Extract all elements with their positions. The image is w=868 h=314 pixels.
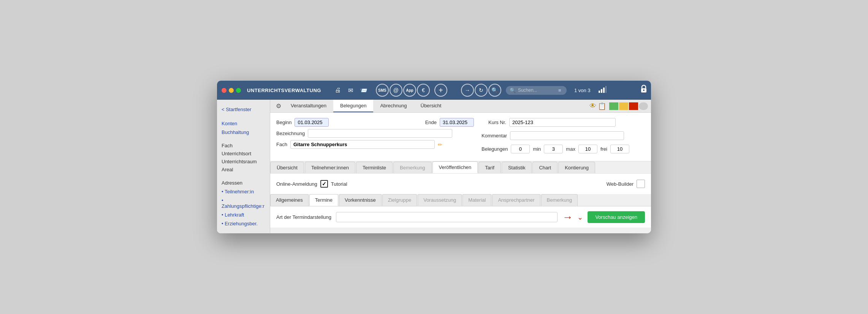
subtab-ubersicht[interactable]: Übersicht xyxy=(270,162,304,173)
gear-button[interactable]: ⚙ xyxy=(273,101,284,112)
tab-belegungen[interactable]: Belegungen xyxy=(333,100,373,112)
inner-tab-material[interactable]: Material xyxy=(463,194,491,206)
red-arrow-icon: → xyxy=(562,212,573,223)
inner-tab-ansprechpartner[interactable]: Ansprechpartner xyxy=(492,194,540,206)
kurs-nr-input[interactable] xyxy=(509,118,616,127)
close-button[interactable] xyxy=(222,88,227,93)
dropdown-caret-icon[interactable]: ⌄ xyxy=(577,213,583,222)
termine-bottom: Art der Termindarstellung → ⌄ Vorschau a… xyxy=(270,206,651,228)
inner-tab-termine[interactable]: Termine xyxy=(309,194,338,206)
list-icon: ≡ xyxy=(558,88,561,93)
online-anmeldung-label: Online-Anmeldung xyxy=(276,181,317,187)
fach-input[interactable] xyxy=(290,140,435,149)
swatch-red[interactable] xyxy=(629,102,638,110)
content-area: < Startfenster Konten Buchhaltung Fach U… xyxy=(217,100,651,233)
tutorial-label: Tutorial xyxy=(331,181,347,187)
subtab-kontierung[interactable]: Kontierung xyxy=(558,162,595,173)
web-builder-checkbox[interactable] xyxy=(637,180,645,188)
subtab-veroeffentlichen[interactable]: Veröffentlichen xyxy=(432,161,478,173)
subtab-terminliste[interactable]: Terminliste xyxy=(356,162,393,173)
frei-label: frei xyxy=(600,146,607,152)
ende-input[interactable] xyxy=(440,118,474,127)
signal-icon xyxy=(598,86,607,94)
kommentar-input[interactable] xyxy=(510,131,624,140)
search-icon: 🔍 xyxy=(510,88,516,93)
inner-tab-bemerkung-inner[interactable]: Bemerkung xyxy=(541,194,578,206)
belegungen-input[interactable] xyxy=(511,145,530,153)
veroeffentlichen-panel: Online-Anmeldung ✓ Tutorial Web-Builder xyxy=(270,174,651,194)
max-input[interactable] xyxy=(578,145,597,153)
back-to-start[interactable]: < Startfenster xyxy=(222,106,265,113)
beginn-label: Beginn xyxy=(276,120,291,125)
sidebar-zahlungspflichtige[interactable]: • Zahlungspflichtige:r xyxy=(222,197,265,210)
toolbar-group-1: 🖨 ✉ 📨 xyxy=(332,84,370,96)
swatch-yellow[interactable] xyxy=(619,102,628,110)
min-input[interactable] xyxy=(544,145,563,153)
sms-icon[interactable]: SMS xyxy=(376,84,389,97)
nav-forward-icon[interactable]: → xyxy=(461,84,474,97)
beginn-input[interactable] xyxy=(295,118,329,127)
art-label: Art der Termindarstellung xyxy=(276,214,331,220)
frei-input[interactable] xyxy=(610,145,629,153)
mail-icon[interactable]: 📨 xyxy=(358,84,370,96)
main-tabs-row: ⚙ Veranstaltungen Belegungen Abrechnung … xyxy=(270,100,651,113)
kommentar-label: Kommentar xyxy=(482,133,507,139)
add-button[interactable]: + xyxy=(434,84,447,97)
toolbar-group-2: SMS @ App € xyxy=(376,84,430,97)
vorschau-button[interactable]: Vorschau anzeigen xyxy=(588,211,645,223)
traffic-lights xyxy=(222,88,241,93)
minimize-button[interactable] xyxy=(229,88,234,93)
sidebar-erziehungsber[interactable]: • Erziehungsber. xyxy=(222,220,265,227)
lock-icon xyxy=(640,84,647,94)
online-anmeldung-checkbox[interactable]: ✓ xyxy=(320,180,328,188)
app-icon[interactable]: App xyxy=(403,84,416,97)
inner-tabs-row: Allgemeines Termine Vorkenntnisse Zielgr… xyxy=(270,194,651,206)
at-icon[interactable]: @ xyxy=(390,84,402,97)
mail-open-icon[interactable]: ✉ xyxy=(345,84,357,96)
search-input[interactable] xyxy=(518,88,556,93)
note-icon[interactable]: 📋 xyxy=(598,102,606,110)
maximize-button[interactable] xyxy=(236,88,241,93)
inner-tab-vorkenntnisse[interactable]: Vorkenntnisse xyxy=(339,194,382,206)
search-circle-icon[interactable]: 🔍 xyxy=(488,84,501,97)
sidebar-lehrkraft[interactable]: • Lehrkraft xyxy=(222,211,265,218)
sidebar-section-areal: Areal xyxy=(222,167,265,172)
record-indicator: 1 von 3 xyxy=(574,88,591,93)
ende-label: Ende xyxy=(425,120,437,125)
sidebar-item-konten[interactable]: Konten xyxy=(222,120,265,127)
inner-tab-zielgruppe[interactable]: Zielgruppe xyxy=(382,194,417,206)
edit-pencil-icon[interactable]: ✏ xyxy=(438,142,442,148)
sidebar-item-buchhaltung[interactable]: Buchhaltung xyxy=(222,129,265,136)
euro-icon[interactable]: € xyxy=(417,84,430,97)
subtabs-row: Übersicht Teilnehmer:innen Terminliste B… xyxy=(270,161,651,174)
color-bar xyxy=(609,102,648,110)
subtab-chart[interactable]: Chart xyxy=(532,162,558,173)
toggle-switch[interactable] xyxy=(639,102,648,110)
printer-icon[interactable]: 🖨 xyxy=(332,84,344,96)
tab-ubersicht[interactable]: Übersicht xyxy=(414,100,448,112)
subtab-tarif[interactable]: Tarif xyxy=(478,162,501,173)
inner-tab-voraussetzung[interactable]: Voraussetzung xyxy=(418,194,462,206)
art-input[interactable] xyxy=(336,212,558,222)
svg-point-5 xyxy=(643,89,645,91)
inner-tab-allgemeines[interactable]: Allgemeines xyxy=(270,194,309,206)
swatch-green[interactable] xyxy=(609,102,618,110)
bezeichnung-input[interactable] xyxy=(308,129,452,138)
sidebar-teilnehmer[interactable]: • Teilnehmer:in xyxy=(222,188,265,195)
nav-group: → ↻ 🔍 xyxy=(461,84,501,97)
main-panel: ⚙ Veranstaltungen Belegungen Abrechnung … xyxy=(270,100,651,233)
titlebar: UNTERRICHTSVERWALTUNG 🖨 ✉ 📨 SMS @ App € … xyxy=(217,81,651,100)
refresh-icon[interactable]: ↻ xyxy=(475,84,488,97)
tab-abrechnung[interactable]: Abrechnung xyxy=(373,100,413,112)
svg-rect-0 xyxy=(599,91,600,93)
fach-label: Fach xyxy=(276,142,287,147)
tab-veranstaltungen[interactable]: Veranstaltungen xyxy=(284,100,333,112)
max-label: max xyxy=(566,146,575,152)
subtab-teilnehmer[interactable]: Teilnehmer:innen xyxy=(305,162,355,173)
status-indicators: 👁 📋 xyxy=(589,102,606,110)
eye-icon[interactable]: 👁 xyxy=(589,102,596,110)
sidebar-adressen-title: Adressen xyxy=(222,180,265,186)
subtab-statistik[interactable]: Statistik xyxy=(502,162,532,173)
subtab-bemerkung[interactable]: Bemerkung xyxy=(393,162,431,173)
search-bar[interactable]: 🔍 ≡ xyxy=(506,86,567,95)
